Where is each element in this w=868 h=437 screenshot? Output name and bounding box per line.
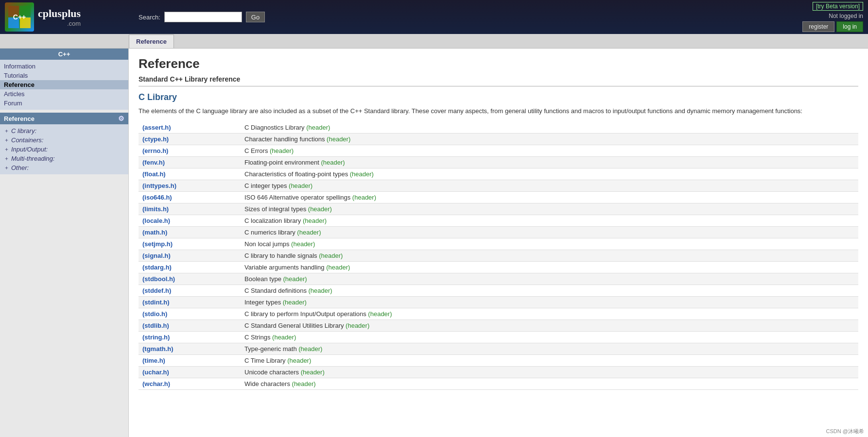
try-beta-link[interactable]: [try Beta version] bbox=[813, 2, 863, 11]
ref-nav-item-multithreading[interactable]: ＋Multi-threading: bbox=[0, 154, 128, 163]
expand-icon: ＋ bbox=[4, 155, 9, 162]
lib-header-tag: (header) bbox=[291, 240, 315, 248]
lib-header-tag: (header) bbox=[270, 147, 294, 154]
lib-name[interactable]: (stdarg.h) bbox=[139, 261, 241, 273]
lib-desc: C Strings (header) bbox=[241, 331, 858, 343]
sidebar-item-forum[interactable]: Forum bbox=[0, 99, 128, 108]
lib-name[interactable]: (math.h) bbox=[139, 226, 241, 238]
go-button[interactable]: Go bbox=[246, 12, 265, 22]
sidebar-item-reference[interactable]: Reference bbox=[0, 80, 128, 89]
lib-desc: ISO 646 Alternative operator spellings (… bbox=[241, 191, 858, 203]
lib-name[interactable]: (setjmp.h) bbox=[139, 238, 241, 250]
lib-desc: Sizes of integral types (header) bbox=[241, 203, 858, 215]
lib-desc: Variable arguments handling (header) bbox=[241, 261, 858, 273]
lib-name[interactable]: (time.h) bbox=[139, 354, 241, 366]
lib-name[interactable]: (iso646.h) bbox=[139, 191, 241, 203]
auth-buttons: register log in bbox=[802, 21, 863, 32]
table-row: (locale.h) C localization library (heade… bbox=[139, 215, 858, 226]
page-subtitle: Standard C++ Library reference bbox=[139, 75, 240, 83]
table-row: (inttypes.h) C integer types (header) bbox=[139, 180, 858, 191]
lib-name[interactable]: (stdio.h) bbox=[139, 308, 241, 319]
page-title: Reference bbox=[139, 56, 858, 71]
register-button[interactable]: register bbox=[802, 21, 834, 32]
settings-icon[interactable]: ⚙ bbox=[118, 115, 124, 122]
watermark: CSDN @沐曦希 bbox=[826, 428, 864, 435]
table-row: (uchar.h) Unicode characters (header) bbox=[139, 366, 858, 378]
sidebar-item-tutorials[interactable]: Tutorials bbox=[0, 71, 128, 80]
ref-nav-item-containers[interactable]: ＋Containers: bbox=[0, 135, 128, 145]
reference-tab[interactable]: Reference bbox=[129, 34, 174, 48]
cpp-nav: InformationTutorialsReferenceArticlesFor… bbox=[0, 60, 128, 110]
lib-name[interactable]: (locale.h) bbox=[139, 215, 241, 226]
lib-name[interactable]: (wchar.h) bbox=[139, 378, 241, 389]
lib-header-tag: (header) bbox=[321, 159, 345, 166]
expand-icon: ＋ bbox=[4, 146, 9, 153]
lib-desc: C Standard definitions (header) bbox=[241, 285, 858, 296]
lib-name[interactable]: (stdbool.h) bbox=[139, 273, 241, 285]
ref-section-header: Reference ⚙ bbox=[0, 113, 128, 124]
lib-name[interactable]: (ctype.h) bbox=[139, 133, 241, 145]
lib-desc: C library to perform Input/Output operat… bbox=[241, 308, 858, 319]
search-label: Search: bbox=[139, 14, 160, 21]
login-button[interactable]: log in bbox=[836, 21, 863, 32]
table-row: (wchar.h) Wide characters (header) bbox=[139, 378, 858, 389]
table-row: (time.h) C Time Library (header) bbox=[139, 354, 858, 366]
ref-nav-item-other[interactable]: ＋Other: bbox=[0, 163, 128, 172]
lib-name[interactable]: (signal.h) bbox=[139, 250, 241, 261]
lib-name[interactable]: (stdlib.h) bbox=[139, 319, 241, 331]
lib-name[interactable]: (float.h) bbox=[139, 168, 241, 180]
lib-header-tag: (header) bbox=[346, 322, 369, 329]
lib-name[interactable]: (errno.h) bbox=[139, 145, 241, 156]
lib-desc: Non local jumps (header) bbox=[241, 238, 858, 250]
lib-header-tag: (header) bbox=[301, 369, 325, 376]
logo-cplusplus: cplusplus bbox=[38, 7, 81, 20]
table-row: (stddef.h) C Standard definitions (heade… bbox=[139, 285, 858, 296]
search-input[interactable] bbox=[164, 12, 242, 22]
expand-icon: ＋ bbox=[4, 164, 9, 171]
lib-name[interactable]: (assert.h) bbox=[139, 122, 241, 134]
table-row: (stdarg.h) Variable arguments handling (… bbox=[139, 261, 858, 273]
ref-nav-item-clibrary[interactable]: ＋C library: bbox=[0, 126, 128, 135]
lib-desc: Character handling functions (header) bbox=[241, 133, 858, 145]
lib-header-tag: (header) bbox=[368, 310, 392, 318]
table-row: (stdio.h) C library to perform Input/Out… bbox=[139, 308, 858, 319]
expand-icon: ＋ bbox=[4, 127, 9, 134]
lib-desc: C localization library (header) bbox=[241, 215, 858, 226]
lib-name[interactable]: (string.h) bbox=[139, 331, 241, 343]
lib-desc: C integer types (header) bbox=[241, 180, 858, 191]
lib-name[interactable]: (tgmath.h) bbox=[139, 343, 241, 354]
lib-header-tag: (header) bbox=[326, 264, 350, 271]
lib-desc: C Diagnostics Library (header) bbox=[241, 122, 858, 134]
lib-name[interactable]: (stdint.h) bbox=[139, 296, 241, 308]
lib-name[interactable]: (stddef.h) bbox=[139, 285, 241, 296]
lib-name[interactable]: (inttypes.h) bbox=[139, 180, 241, 191]
lib-header-tag: (header) bbox=[306, 124, 330, 131]
table-row: (float.h) Characteristics of floating-po… bbox=[139, 168, 858, 180]
sidebar-item-articles[interactable]: Articles bbox=[0, 89, 128, 99]
table-row: (iso646.h) ISO 646 Alternative operator … bbox=[139, 191, 858, 203]
lib-header-tag: (header) bbox=[283, 275, 307, 283]
lib-header-tag: (header) bbox=[319, 252, 343, 259]
table-row: (string.h) C Strings (header) bbox=[139, 331, 858, 343]
logo-image: C++ bbox=[5, 2, 34, 32]
table-row: (errno.h) C Errors (header) bbox=[139, 145, 858, 156]
lib-header-tag: (header) bbox=[327, 135, 350, 143]
sidebar-item-information[interactable]: Information bbox=[0, 62, 128, 71]
lib-header-tag: (header) bbox=[292, 380, 316, 387]
table-row: (fenv.h) Floating-point environment (hea… bbox=[139, 156, 858, 168]
table-row: (math.h) C numerics library (header) bbox=[139, 226, 858, 238]
lib-name[interactable]: (limits.h) bbox=[139, 203, 241, 215]
lib-desc: Boolean type (header) bbox=[241, 273, 858, 285]
lib-desc: Wide characters (header) bbox=[241, 378, 858, 389]
section-title: C Library bbox=[139, 92, 858, 102]
lib-header-tag: (header) bbox=[272, 334, 296, 341]
search-area: Search: Go bbox=[129, 12, 802, 22]
ref-header-label: Reference bbox=[4, 115, 35, 122]
lib-name[interactable]: (uchar.h) bbox=[139, 366, 241, 378]
logo-area: C++ cplusplus .com bbox=[0, 2, 129, 32]
ref-nav-item-inputoutput[interactable]: ＋Input/Output: bbox=[0, 145, 128, 154]
lib-desc: C Errors (header) bbox=[241, 145, 858, 156]
table-row: (limits.h) Sizes of integral types (head… bbox=[139, 203, 858, 215]
lib-name[interactable]: (fenv.h) bbox=[139, 156, 241, 168]
expand-icon: ＋ bbox=[4, 136, 9, 144]
